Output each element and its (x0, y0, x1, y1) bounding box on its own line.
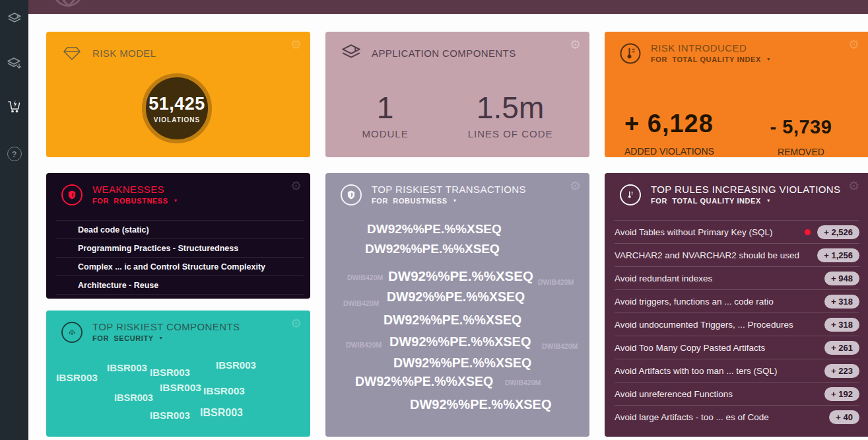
settings-gear-icon[interactable]: ⚙ (290, 317, 302, 330)
metric-selector[interactable]: FOR TOTAL QUALITY INDEX ▼ (651, 197, 840, 205)
rule-row[interactable]: Avoid undocumented Triggers, ... Procedu… (615, 312, 859, 336)
rule-row[interactable]: Avoid redundant indexes+ 948 (615, 266, 859, 289)
card-title: APPLICATION COMPONENTS (372, 48, 516, 59)
component-word[interactable]: IBSR003 (203, 385, 245, 397)
rule-row[interactable]: Avoid large Artifacts - too ... es of Co… (615, 405, 859, 428)
transaction-word[interactable]: DW92%%PE.%%XSEQ (355, 374, 493, 389)
rule-label: Avoid Artifacts with too man ... ters (S… (615, 366, 824, 376)
rule-label: Avoid large Artifacts - too ... es of Co… (615, 412, 829, 422)
removed-violations-label: REMOVED VIOLATIONS (760, 146, 842, 157)
layers-icon (340, 42, 362, 65)
removed-violations-value: - 5,739 (760, 116, 842, 138)
fingerprint-icon (61, 321, 83, 344)
transaction-word[interactable]: DW92%%PE.%%XSEQ (367, 222, 502, 237)
loc-label: LINES OF CODE (468, 128, 553, 139)
metric-selector[interactable]: FOR ROBUSTNESS ▼ (372, 197, 526, 205)
rules-list: Avoid Tables without Primary Key (SQL)+ … (605, 220, 868, 428)
weaknesses-list: Dead code (static)Programming Practices … (46, 220, 310, 295)
component-word[interactable]: IBSR003 (216, 359, 256, 371)
rule-label: VARCHAR2 and NVARCHAR2 should be used (615, 250, 817, 260)
thermometer-icon (619, 184, 642, 206)
card-top-riskiest-components: TOP RISKIEST COMPONENTS FOR SECURITY ▼ ⚙… (46, 311, 310, 437)
transaction-word[interactable]: DWIB420M (542, 342, 578, 350)
component-word[interactable]: IBSR003 (107, 362, 147, 373)
component-word[interactable]: IBSR003 (200, 407, 243, 419)
card-title: RISK INTRODUCED (651, 42, 771, 54)
transaction-word[interactable]: DW92%%PE.%%XSEQ (410, 397, 552, 412)
added-violations-badge: + 261 (824, 341, 859, 355)
transaction-word[interactable]: DWIB420M (346, 341, 382, 349)
rule-label: Avoid triggers, functions an ... code ra… (615, 297, 824, 307)
transaction-word[interactable]: DW92%%PE.%%XSEQ (393, 355, 531, 371)
transaction-word[interactable]: DWIB420M (505, 379, 541, 386)
component-word[interactable]: IBSR003 (56, 372, 98, 384)
help-icon[interactable]: ? (6, 145, 23, 163)
import-application-icon[interactable] (6, 55, 23, 73)
chevron-down-icon: ▼ (766, 198, 772, 203)
violations-count: 51,425 (149, 94, 205, 114)
card-title: WEAKNESSES (92, 184, 178, 196)
added-violations-badge: + 2,526 (817, 225, 859, 239)
rule-row[interactable]: Avoid triggers, functions an ... code ra… (615, 289, 859, 312)
rule-row[interactable]: Avoid Tables without Primary Key (SQL)+ … (615, 220, 859, 243)
transaction-word[interactable]: DWIB420M (538, 278, 574, 286)
settings-gear-icon[interactable]: ⚙ (848, 180, 859, 192)
transaction-word[interactable]: DWIB420M (347, 274, 383, 281)
sidebar: ? (0, 0, 28, 440)
card-weaknesses: WEAKNESSES FOR ROBUSTNESS ▼ ⚙ Dead code … (46, 173, 310, 299)
settings-gear-icon[interactable]: ⚙ (848, 38, 859, 51)
loc-stat: 1.5m LINES OF CODE (468, 92, 553, 139)
transaction-word[interactable]: DWIB420M (343, 299, 379, 307)
rule-label: Avoid undocumented Triggers, ... Procedu… (615, 320, 824, 330)
actions-cart-icon[interactable] (6, 98, 23, 115)
card-application-components: APPLICATION COMPONENTS ⚙ 1 MODULE 1.5m L… (325, 32, 589, 157)
rule-row[interactable]: Avoid Too Many Copy Pasted Artifacts+ 26… (615, 336, 859, 359)
topbar (28, 0, 868, 14)
card-risk-introduced: RISK INTRODUCED FOR TOTAL QUALITY INDEX … (605, 32, 868, 157)
component-word[interactable]: IBSR003 (160, 382, 201, 394)
card-title: TOP RISKIEST COMPONENTS (92, 321, 240, 333)
rule-label: Avoid redundant indexes (615, 274, 824, 283)
settings-gear-icon[interactable]: ⚙ (570, 38, 581, 51)
metric-selector[interactable]: FOR ROBUSTNESS ▼ (92, 197, 178, 205)
card-title: TOP RISKIEST TRANSACTIONS (372, 184, 526, 196)
rule-label: Avoid Tables without Primary Key (SQL) (615, 227, 805, 237)
rule-row[interactable]: VARCHAR2 and NVARCHAR2 should be used+ 1… (615, 243, 859, 266)
loc-count: 1.5m (468, 92, 553, 123)
transaction-word[interactable]: DW92%%PE.%%XSEQ (389, 334, 531, 349)
transaction-word[interactable]: DW92%%PE.%%XSEQ (365, 242, 500, 256)
metric-selector[interactable]: FOR TOTAL QUALITY INDEX ▼ (651, 55, 771, 63)
removed-violations-stat: - 5,739 REMOVED VIOLATIONS (760, 116, 842, 157)
metric-selector[interactable]: FOR SECURITY ▼ (92, 334, 240, 342)
weakness-item[interactable]: Complex ... ic and Control Structure Com… (56, 257, 304, 275)
violations-label: VIOLATIONS (154, 116, 200, 124)
rule-row[interactable]: Avoid unreferenced Functions+ 192 (615, 382, 859, 405)
transaction-word[interactable]: DW92%%PE.%%XSEQ (388, 268, 533, 284)
settings-gear-icon[interactable]: ⚙ (570, 180, 581, 192)
violations-circle[interactable]: 51,425 VIOLATIONS (142, 73, 212, 143)
weakness-item[interactable]: Architecture - Reuse (56, 275, 304, 294)
diamond-icon (61, 42, 83, 65)
component-word[interactable]: IBSR003 (114, 392, 153, 403)
shield-icon (61, 184, 83, 206)
card-title: RISK MODEL (92, 48, 156, 59)
rule-row[interactable]: Avoid Artifacts with too man ... ters (S… (615, 359, 859, 382)
settings-gear-icon[interactable]: ⚙ (290, 38, 302, 51)
help-glyph: ? (12, 149, 17, 159)
card-risk-model: RISK MODEL ⚙ 51,425 VIOLATIONS (46, 32, 310, 157)
weakness-item[interactable]: Programming Practices - Structuredness (56, 238, 304, 257)
transaction-word[interactable]: DW92%%PE.%%XSEQ (384, 312, 521, 328)
component-word[interactable]: IBSR003 (150, 410, 190, 421)
settings-gear-icon[interactable]: ⚙ (290, 180, 302, 192)
added-violations-stat: + 6,128 ADDED VIOLATIONS (624, 110, 714, 157)
weakness-item[interactable]: Dead code (static) (56, 220, 304, 238)
applications-icon[interactable] (6, 11, 23, 28)
shield-icon (340, 184, 362, 206)
card-top-rules-increasing-violations: TOP RULES INCREASING VIOLATIONS FOR TOTA… (605, 173, 868, 437)
module-count: 1 (362, 92, 408, 123)
transaction-word[interactable]: DW92%%PE.%%XSEQ (387, 289, 525, 305)
component-word[interactable]: IBSR003 (150, 367, 190, 378)
chevron-down-icon: ▼ (158, 336, 164, 340)
chevron-down-icon: ▼ (452, 198, 457, 203)
added-violations-badge: + 318 (824, 295, 859, 309)
